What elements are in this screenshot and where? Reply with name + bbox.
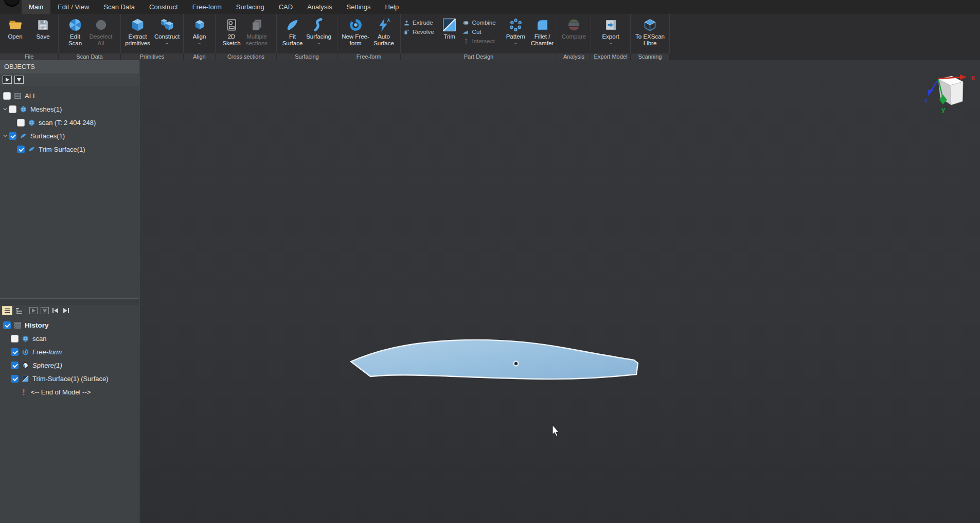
edit-scan-button[interactable]: Edit Scan bbox=[64, 15, 86, 47]
chevron-down-icon[interactable] bbox=[2, 132, 9, 139]
cut-button[interactable]: Cut bbox=[460, 27, 504, 37]
history-row-sphere[interactable]: Sphere(1) bbox=[0, 358, 139, 372]
ribbon-group-scan-data: Edit Scan Deselect All Scan Data bbox=[59, 14, 121, 60]
menu-analysis[interactable]: Analysis bbox=[300, 0, 339, 14]
extrude-button[interactable]: Extrude bbox=[401, 18, 439, 27]
layers-icon bbox=[13, 92, 22, 100]
2d-sketch-button[interactable]: 2D Sketch bbox=[221, 15, 242, 47]
group-label-primitives: Primitives bbox=[121, 53, 184, 60]
fit-surface-button[interactable]: Fit Surface bbox=[281, 15, 305, 47]
surface-icon bbox=[19, 132, 27, 140]
export-button[interactable]: Export ⌄ bbox=[597, 15, 625, 45]
wireframe-cube-icon bbox=[643, 17, 658, 32]
history-tree: History scan Free-form bbox=[0, 316, 139, 523]
tree-view-icon[interactable] bbox=[15, 308, 23, 314]
cube-icon bbox=[130, 17, 146, 32]
extract-primitives-button[interactable]: Extract primitives bbox=[123, 15, 153, 47]
revolve-icon bbox=[403, 28, 410, 35]
group-label-part-design: Part Design bbox=[401, 53, 557, 60]
multiple-sections-button[interactable]: Multiple sections bbox=[242, 15, 271, 47]
trim-icon bbox=[21, 374, 29, 383]
filter-icon[interactable] bbox=[14, 76, 24, 84]
menu-free-form[interactable]: Free-form bbox=[185, 0, 229, 14]
to-exscan-libre-button[interactable]: To EXScan Libre bbox=[634, 15, 667, 47]
skip-to-start-icon[interactable] bbox=[52, 308, 59, 314]
menu-surfacing[interactable]: Surfacing bbox=[229, 0, 272, 14]
sphere-icon bbox=[21, 361, 29, 369]
end-of-model-icon bbox=[20, 388, 28, 396]
group-label-cross-sections: Cross sections bbox=[216, 53, 277, 60]
app-logo-icon[interactable] bbox=[4, 0, 20, 7]
skip-to-end-icon[interactable] bbox=[62, 308, 69, 314]
list-view-icon[interactable] bbox=[2, 306, 12, 315]
s-curve-icon bbox=[311, 17, 327, 32]
tree-row-scan[interactable]: scan (T: 2 404 248) bbox=[0, 116, 139, 129]
panel-splitter[interactable] bbox=[0, 298, 139, 305]
combine-icon bbox=[462, 19, 470, 26]
checkbox[interactable] bbox=[3, 321, 11, 329]
history-row-title[interactable]: History bbox=[0, 318, 139, 332]
surface-point-marker[interactable] bbox=[513, 360, 519, 366]
menu-edit-view[interactable]: Edit / View bbox=[50, 0, 96, 14]
chevron-down-icon[interactable] bbox=[2, 105, 9, 113]
cut-icon bbox=[462, 28, 470, 35]
surface-icon bbox=[27, 145, 35, 153]
step-down-icon[interactable] bbox=[41, 307, 49, 314]
ribbon-group-align: Align ⌄ Align bbox=[184, 14, 216, 60]
chevron-down-icon: ⌄ bbox=[513, 41, 518, 45]
combine-button[interactable]: Combine bbox=[460, 18, 504, 27]
group-label-analysis: Analysis bbox=[557, 53, 591, 60]
menu-cad[interactable]: CAD bbox=[272, 0, 300, 14]
intersect-button[interactable]: Intersect bbox=[460, 37, 504, 46]
history-row-trim-surface[interactable]: Trim-Surface(1) (Surface) bbox=[0, 372, 139, 385]
revolve-button[interactable]: Revolve bbox=[401, 27, 439, 37]
deselect-all-button[interactable]: Deselect All bbox=[86, 15, 115, 47]
menu-scan-data[interactable]: Scan Data bbox=[96, 0, 142, 14]
surfacing-button[interactable]: Surfacing ⌄ bbox=[305, 15, 333, 45]
trim-icon bbox=[442, 17, 457, 32]
checkbox[interactable] bbox=[11, 348, 19, 356]
checkbox[interactable] bbox=[3, 92, 11, 100]
menu-construct[interactable]: Construct bbox=[142, 0, 185, 14]
ribbon-group-export-model: Export ⌄ Export Model bbox=[591, 14, 631, 60]
checkbox[interactable] bbox=[11, 362, 19, 369]
checkbox[interactable] bbox=[11, 335, 19, 342]
compare-button[interactable]: Compare bbox=[557, 15, 591, 40]
checkbox[interactable] bbox=[17, 146, 25, 153]
fillet-chamfer-button[interactable]: Fillet / Chamfer bbox=[528, 15, 557, 47]
construct-button[interactable]: Construct ⌄ bbox=[153, 15, 182, 45]
tree-row-meshes[interactable]: Meshes(1) bbox=[0, 102, 139, 116]
svg-text:y: y bbox=[941, 105, 946, 113]
tree-row-all[interactable]: ALL bbox=[0, 89, 139, 102]
history-row-scan[interactable]: scan bbox=[0, 332, 139, 345]
history-row-free-form[interactable]: Free-form bbox=[0, 345, 139, 358]
checkbox[interactable] bbox=[11, 375, 19, 383]
align-button[interactable]: Align ⌄ bbox=[186, 15, 213, 45]
checkbox[interactable] bbox=[17, 119, 25, 127]
stacked-pages-icon bbox=[249, 17, 264, 32]
menu-settings[interactable]: Settings bbox=[340, 0, 378, 14]
expand-all-icon[interactable] bbox=[3, 76, 12, 84]
history-icon bbox=[13, 321, 22, 329]
history-row-end-of-model[interactable]: <-- End of Model --> bbox=[0, 385, 139, 399]
checkbox[interactable] bbox=[9, 105, 16, 113]
menu-main[interactable]: Main bbox=[22, 0, 50, 14]
menu-help[interactable]: Help bbox=[378, 0, 406, 14]
folder-open-icon bbox=[8, 17, 23, 32]
trim-button[interactable]: Trim bbox=[439, 15, 460, 40]
tree-row-trim-surface[interactable]: Trim-Surface(1) bbox=[0, 142, 139, 156]
checkbox[interactable] bbox=[9, 132, 16, 140]
save-button[interactable]: Save bbox=[29, 15, 57, 40]
pattern-button[interactable]: Pattern ⌄ bbox=[503, 15, 528, 45]
open-button[interactable]: Open bbox=[2, 15, 29, 40]
history-toolbar bbox=[0, 305, 139, 316]
tree-row-surfaces[interactable]: Surfaces(1) bbox=[0, 129, 139, 142]
edit-scan-icon bbox=[67, 17, 83, 32]
double-cube-icon bbox=[159, 17, 175, 32]
auto-surface-button[interactable]: Auto Surface bbox=[370, 15, 397, 47]
play-icon[interactable] bbox=[29, 307, 38, 314]
ribbon-group-primitives: Extract primitives Construct ⌄ Primitive… bbox=[121, 14, 184, 60]
ribbon-group-part-design: Extrude Revolve Trim bbox=[401, 14, 557, 60]
new-free-form-button[interactable]: New Free-form bbox=[341, 15, 370, 47]
3d-viewport[interactable] bbox=[139, 60, 980, 523]
